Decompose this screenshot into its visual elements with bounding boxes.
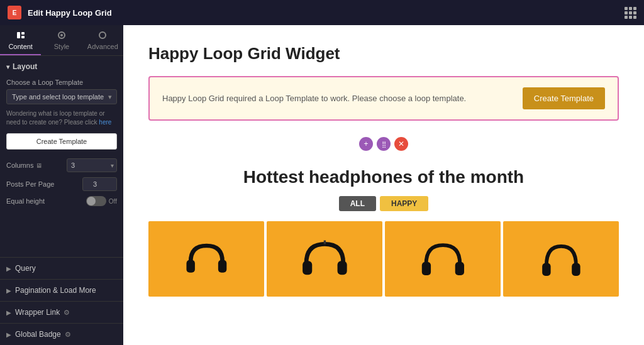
columns-select[interactable]: 3 1 2 4 — [67, 158, 117, 172]
page-title: Edit Happy Loop Grid — [28, 8, 618, 18]
hint-link[interactable]: here — [99, 119, 111, 126]
posts-per-page-row: Posts Per Page — [6, 177, 117, 191]
equal-height-row: Equal height Off — [6, 196, 117, 206]
svg-rect-0 — [17, 32, 20, 38]
tab-content[interactable]: Content — [0, 25, 41, 55]
hint-text: Wondering what is loop template or need … — [6, 109, 117, 127]
sidebar-tabs: Content Style Advanced — [0, 25, 123, 56]
posts-per-page-input[interactable] — [82, 177, 117, 191]
filter-all-button[interactable]: ALL — [339, 196, 376, 211]
content-area: Happy Loop Grid Widget Happy Loop Grid r… — [123, 25, 644, 345]
layout-section-header[interactable]: ▾ Layout — [6, 62, 117, 71]
svg-rect-11 — [542, 263, 550, 276]
svg-rect-6 — [218, 260, 226, 273]
main-layout: Content Style Advanced ▾ Layout Choose a… — [0, 25, 644, 345]
widget-move-button[interactable]: ⣿ — [377, 137, 391, 151]
create-template-sidebar-button[interactable]: Create Template — [6, 133, 117, 150]
query-section[interactable]: ▶ Query — [0, 257, 123, 279]
widget-controls: + ⣿ ✕ — [148, 133, 619, 155]
svg-rect-7 — [303, 261, 312, 275]
posts-per-page-label: Posts Per Page — [6, 180, 77, 188]
warning-message: Happy Loop Grid required a Loop Template… — [162, 94, 466, 103]
widget-delete-button[interactable]: ✕ — [394, 137, 408, 151]
svg-rect-8 — [337, 261, 347, 275]
wrapper-link-caret-icon: ▶ — [6, 309, 11, 316]
global-badge-caret-icon: ▶ — [6, 331, 11, 338]
toggle-state-label: Off — [109, 198, 117, 205]
svg-point-4 — [60, 34, 63, 36]
svg-rect-2 — [21, 36, 25, 38]
svg-rect-9 — [421, 262, 430, 275]
pagination-section[interactable]: ▶ Pagination & Load More — [0, 279, 123, 301]
pagination-caret-icon: ▶ — [6, 287, 11, 294]
logo[interactable]: E — [8, 6, 21, 19]
wrapper-link-section[interactable]: ▶ Wrapper Link ⚙ — [0, 301, 123, 323]
hottest-title: Hottest headphones of the month — [148, 167, 619, 187]
headphone-image-4 — [503, 221, 619, 297]
equal-height-label: Equal height — [6, 197, 81, 205]
columns-label: Columns 🖥 — [6, 162, 62, 169]
choose-template-label: Choose a Loop Template — [6, 79, 117, 86]
columns-select-wrapper: 3 1 2 4 — [67, 158, 117, 172]
widget-title: Happy Loop Grid Widget — [148, 44, 619, 63]
svg-rect-1 — [21, 32, 25, 35]
sidebar-panel-content: ▾ Layout Choose a Loop Template Type and… — [0, 56, 123, 257]
warning-box: Happy Loop Grid required a Loop Template… — [148, 76, 619, 121]
loop-template-select[interactable]: Type and select loop template — [6, 89, 117, 104]
svg-rect-12 — [572, 263, 580, 276]
create-template-main-button[interactable]: Create Template — [523, 87, 605, 109]
product-card-4 — [503, 221, 619, 297]
product-card-2 — [267, 221, 382, 297]
query-caret-icon: ▶ — [6, 265, 11, 272]
widget-add-button[interactable]: + — [359, 137, 373, 151]
loop-template-select-wrapper: Type and select loop template — [6, 89, 117, 104]
tab-style[interactable]: Style — [41, 25, 82, 55]
filter-buttons: ALL HAPPY — [148, 196, 619, 211]
headphone-image-2 — [267, 221, 382, 297]
toggle-track[interactable] — [86, 196, 106, 206]
hottest-section: Hottest headphones of the month ALL HAPP… — [148, 167, 619, 297]
product-grid — [148, 221, 619, 297]
headphone-image-3 — [385, 221, 501, 297]
svg-rect-5 — [186, 260, 194, 273]
page-content: Happy Loop Grid Widget Happy Loop Grid r… — [123, 25, 644, 345]
filter-happy-button[interactable]: HAPPY — [380, 196, 428, 211]
product-card-1 — [148, 221, 264, 297]
global-badge-settings-icon: ⚙ — [65, 331, 71, 339]
layout-arrow-icon: ▾ — [6, 63, 9, 70]
equal-height-toggle[interactable]: Off — [86, 196, 117, 206]
sidebar: Content Style Advanced ▾ Layout Choose a… — [0, 25, 123, 345]
headphone-image-1 — [148, 221, 264, 297]
global-badge-section[interactable]: ▶ Global Badge ⚙ — [0, 323, 123, 345]
svg-rect-10 — [455, 262, 464, 275]
toggle-thumb — [87, 197, 96, 205]
desktop-icon: 🖥 — [36, 162, 42, 169]
top-bar: E Edit Happy Loop Grid — [0, 0, 644, 25]
product-card-3 — [385, 221, 501, 297]
columns-row: Columns 🖥 3 1 2 4 — [6, 158, 117, 172]
wrapper-link-settings-icon: ⚙ — [64, 309, 70, 317]
apps-menu-icon[interactable] — [625, 7, 636, 19]
tab-advanced[interactable]: Advanced — [82, 25, 123, 55]
